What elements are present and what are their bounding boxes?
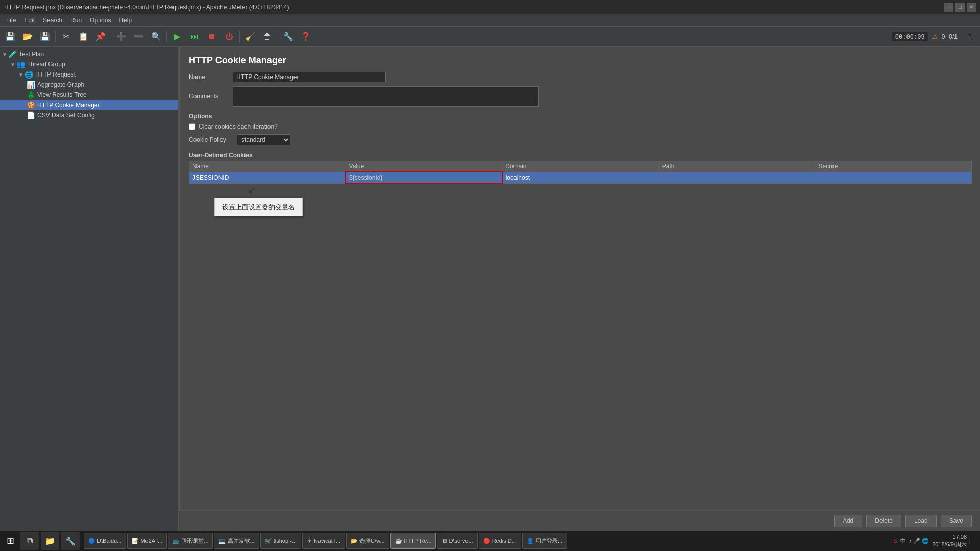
tray-show-desktop[interactable]: ▏ [970, 538, 974, 544]
taskbar-app-redis[interactable]: 🔴 Redis D... [479, 533, 521, 549]
comments-textarea[interactable] [233, 86, 539, 107]
sidebar-item-csv-data-set-config[interactable]: 📄 CSV Data Set Config [0, 110, 178, 120]
tray-icon-s: S [893, 538, 897, 544]
clear-button[interactable]: 🧹 [242, 29, 258, 45]
minimize-button[interactable]: ─ [944, 3, 953, 12]
taskbar-app-md2all[interactable]: 📝 Md2All... [127, 533, 167, 549]
add-button[interactable]: ➕ [113, 29, 130, 45]
tray-icon-zh: 中 [900, 537, 906, 545]
sidebar-item-thread-group[interactable]: ▼ 👥 Thread Group [0, 59, 178, 69]
start-no-pause-button[interactable]: ⏭ [186, 29, 203, 45]
sidebar-item-view-results-tree[interactable]: 🌲 View Results Tree [0, 90, 178, 100]
load-button[interactable]: Load [905, 515, 937, 527]
remote-button[interactable]: 🖥 [962, 29, 978, 45]
titlebar: HTTP Request.jmx (D:\server\apache-jmete… [0, 0, 980, 14]
cell-domain[interactable]: localhost [502, 172, 659, 183]
open-button[interactable]: 📂 [19, 29, 36, 45]
cell-path[interactable] [658, 172, 815, 183]
toolbar-right: 00:00:09 ⚠ 0 0/1 🖥 [892, 29, 978, 45]
taskbar-tray: S 中 ♪ 🎤 🌐 17:08 2018/6/9/周六 ▏ [893, 533, 978, 549]
taskbar-file-explorer[interactable]: 📁 [41, 532, 59, 550]
menu-run[interactable]: Run [66, 16, 86, 25]
delete-cookie-button[interactable]: Delete [866, 515, 901, 527]
window-title: HTTP Request.jmx (D:\server\apache-jmete… [4, 4, 289, 11]
view-results-tree-icon: 🌲 [27, 91, 35, 99]
cell-value[interactable] [346, 172, 502, 183]
taskbar-app-choose[interactable]: 📂 选择C\w... [346, 533, 389, 549]
annotation-wrapper: ↙ 设置上面设置器的变量名 [189, 184, 972, 224]
toolbar-sep-4 [239, 31, 240, 43]
cookies-table: Name Value Domain Path Secure JSESSIONID… [189, 161, 972, 184]
save-cookies-button[interactable]: Save [941, 515, 972, 527]
help-button[interactable]: ❓ [298, 29, 314, 45]
cell-secure[interactable] [815, 172, 972, 183]
sidebar-item-http-cookie-manager[interactable]: 🍪 HTTP Cookie Manager [0, 100, 178, 110]
toolbar-sep-5 [278, 31, 278, 43]
csv-data-set-config-label: CSV Data Set Config [37, 112, 95, 119]
taskbar-app-http-request[interactable]: ☕ HTTP Re... [390, 533, 436, 549]
close-button[interactable]: ✕ [967, 3, 976, 12]
main-layout: ▼ 🧪 Test Plan ▼ 👥 Thread Group ▼ 🌐 HTTP … [0, 47, 980, 531]
add-cookie-button[interactable]: Add [834, 515, 862, 527]
taskbar-app-baidu[interactable]: 🔵 D\Baidu... [84, 533, 126, 549]
task-view-button[interactable]: ⧉ [20, 532, 39, 550]
content-panel: HTTP Cookie Manager Name: Comments: Opti… [181, 47, 980, 531]
menu-search[interactable]: Search [39, 16, 66, 25]
browse-button[interactable]: 🔍 [148, 29, 164, 45]
test-plan-label: Test Plan [19, 51, 44, 58]
cell-name[interactable]: JSESSIONID [189, 172, 346, 183]
taskbar-app-gaobingfa[interactable]: 💻 高并发软... [214, 533, 259, 549]
menu-edit[interactable]: Edit [20, 16, 39, 25]
col-domain: Domain [502, 161, 659, 172]
sidebar-item-test-plan[interactable]: ▼ 🧪 Test Plan [0, 49, 178, 59]
taskbar: ⊞ ⧉ 📁 🔧 🔵 D\Baidu... 📝 Md2All... 📺 腾讯课堂.… [0, 531, 980, 551]
view-results-tree-label: View Results Tree [37, 91, 87, 98]
annotation-text: 设置上面设置器的变量名 [222, 203, 295, 211]
http-request-icon: 🌐 [24, 70, 33, 79]
clear-cookies-row: Clear cookies each iteration? [189, 123, 972, 130]
paste-button[interactable]: 📌 [92, 29, 109, 45]
remove-button[interactable]: ➖ [131, 29, 147, 45]
cut-button[interactable]: ✂ [58, 29, 74, 45]
taskbar-app-navicat[interactable]: 🗄 Navicat f... [302, 533, 345, 549]
panel-title: HTTP Cookie Manager [189, 55, 972, 66]
function-helper-button[interactable]: 🔧 [280, 29, 297, 45]
menu-options[interactable]: Options [86, 16, 115, 25]
clock-date: 2018/6/9/周六 [932, 541, 967, 548]
name-input[interactable] [233, 72, 386, 82]
table-row[interactable]: JSESSIONID localhost [189, 172, 972, 183]
shutdown-button[interactable]: ⏻ [221, 29, 237, 45]
col-path: Path [658, 161, 815, 172]
clear-cookies-checkbox[interactable] [189, 123, 195, 130]
tree-toggle-http-request[interactable]: ▼ [18, 72, 23, 78]
taskbar-app-user-login[interactable]: 👤 用户登录... [522, 533, 567, 549]
sidebar-item-aggregate-graph[interactable]: 📊 Aggregate Graph [0, 80, 178, 90]
taskbar-app-tlshop[interactable]: 🛒 tlshop -... [260, 533, 301, 549]
tree-toggle-thread-group[interactable]: ▼ [10, 62, 15, 67]
page-info: 0/1 [949, 33, 958, 40]
tree-toggle-test-plan[interactable]: ▼ [2, 52, 7, 57]
annotation-box: 设置上面设置器的变量名 [214, 198, 303, 216]
cookie-policy-select[interactable]: standard compatibility netscape ignoreco… [237, 134, 290, 145]
start-menu-button[interactable]: ⊞ [2, 533, 18, 549]
taskbar-app-dserver[interactable]: 🖥 D\serve... [437, 533, 477, 549]
menu-help[interactable]: Help [115, 16, 136, 25]
toolbar: 💾 📂 💾 ✂ 📋 📌 ➕ ➖ 🔍 ▶ ⏭ ⏹ ⏻ 🧹 🗑 🔧 ❓ 00:00:… [0, 27, 980, 47]
stop-button[interactable]: ⏹ [204, 29, 220, 45]
maximize-button[interactable]: □ [955, 3, 965, 12]
copy-button[interactable]: 📋 [75, 29, 91, 45]
tray-time[interactable]: 17:08 2018/6/9/周六 [932, 533, 967, 549]
toolbar-sep-3 [166, 31, 167, 43]
clear-all-button[interactable]: 🗑 [259, 29, 276, 45]
user-defined-cookies-title: User-Defined Cookies [189, 152, 972, 159]
menu-file[interactable]: File [2, 16, 20, 25]
sidebar-item-http-request[interactable]: ▼ 🌐 HTTP Request [0, 69, 178, 80]
taskbar-tools[interactable]: 🔧 [61, 532, 80, 550]
new-button[interactable]: 💾 [2, 29, 18, 45]
save-button[interactable]: 💾 [37, 29, 53, 45]
warning-count: 0 [942, 33, 945, 40]
start-button[interactable]: ▶ [169, 29, 185, 45]
taskbar-app-tencent[interactable]: 📺 腾讯课堂... [168, 533, 213, 549]
taskbar-apps: 🔵 D\Baidu... 📝 Md2All... 📺 腾讯课堂... 💻 高并发… [84, 533, 891, 549]
value-input[interactable] [349, 174, 499, 181]
